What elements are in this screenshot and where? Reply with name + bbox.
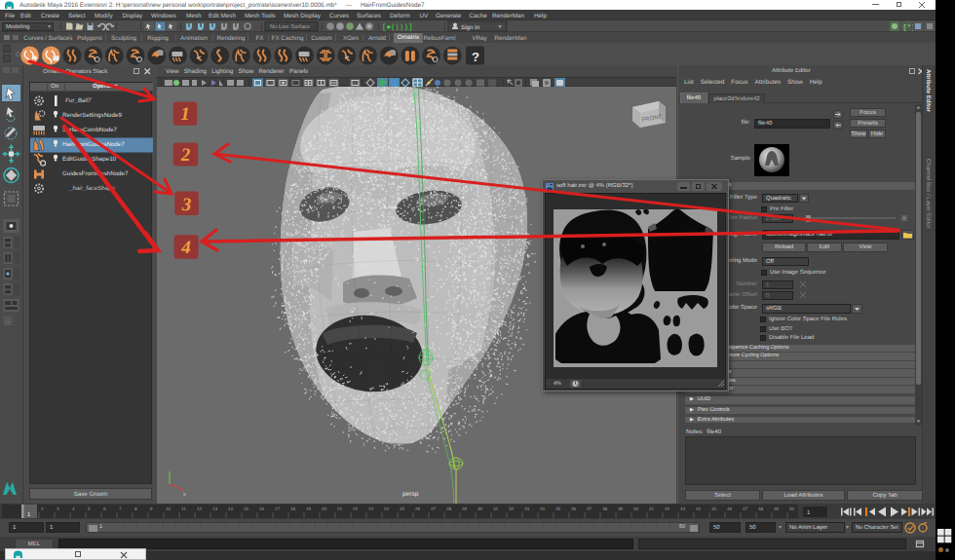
svg-text:50: 50 — [789, 506, 795, 511]
svg-text:38: 38 — [602, 506, 608, 511]
svg-text:7: 7 — [119, 506, 122, 511]
svg-text:27: 27 — [431, 506, 437, 511]
svg-text:49: 49 — [774, 506, 780, 511]
svg-text:21: 21 — [337, 506, 343, 511]
svg-text:x: x — [183, 492, 186, 498]
svg-text:8: 8 — [134, 506, 137, 511]
svg-text:5: 5 — [88, 506, 91, 511]
svg-text:24: 24 — [384, 506, 390, 511]
svg-text:29: 29 — [462, 506, 468, 511]
svg-text:42: 42 — [665, 506, 670, 511]
svg-text:22: 22 — [353, 506, 359, 511]
svg-text:33: 33 — [524, 506, 530, 511]
svg-text:41: 41 — [649, 506, 655, 511]
svg-text:11: 11 — [181, 506, 186, 511]
svg-text:9: 9 — [150, 506, 153, 511]
svg-text:2: 2 — [41, 506, 44, 511]
svg-text:14: 14 — [228, 506, 234, 511]
svg-text:26: 26 — [415, 506, 421, 511]
svg-text:48: 48 — [758, 506, 764, 511]
svg-text:15: 15 — [244, 506, 249, 511]
svg-text:44: 44 — [696, 506, 702, 511]
svg-text:13: 13 — [212, 506, 218, 511]
svg-text:19: 19 — [306, 506, 312, 511]
svg-text:10: 10 — [166, 506, 172, 511]
svg-text:28: 28 — [446, 506, 452, 511]
svg-text:25: 25 — [400, 506, 405, 511]
svg-text:No Live Surface: No Live Surface — [270, 23, 310, 30]
svg-text:17: 17 — [275, 506, 281, 511]
svg-text:40: 40 — [633, 506, 639, 511]
svg-text:45: 45 — [711, 506, 717, 511]
svg-text:persp: persp — [402, 491, 419, 498]
svg-text:36: 36 — [571, 506, 577, 511]
svg-text:6: 6 — [103, 506, 106, 511]
svg-text:37: 37 — [587, 506, 592, 511]
svg-text:23: 23 — [368, 506, 374, 511]
svg-text:?: ? — [472, 50, 479, 64]
svg-text:35: 35 — [555, 506, 561, 511]
svg-text:3: 3 — [57, 506, 59, 511]
svg-text:39: 39 — [618, 506, 624, 511]
svg-text:31: 31 — [493, 506, 499, 511]
svg-text:46: 46 — [727, 506, 733, 511]
svg-text:16: 16 — [259, 506, 265, 511]
svg-text:20: 20 — [322, 506, 327, 511]
svg-text:30: 30 — [478, 506, 483, 511]
svg-text:18: 18 — [290, 506, 296, 511]
svg-text:[●(||)]: [●(||)] — [382, 23, 413, 32]
svg-text:12: 12 — [197, 506, 203, 511]
svg-text:34: 34 — [540, 506, 546, 511]
svg-text:43: 43 — [680, 506, 686, 511]
svg-text:47: 47 — [743, 506, 748, 511]
svg-text:...: ... — [6, 318, 11, 324]
svg-text:Sign In: Sign In — [461, 24, 480, 31]
svg-text:4: 4 — [72, 506, 75, 511]
svg-text:32: 32 — [509, 506, 515, 511]
